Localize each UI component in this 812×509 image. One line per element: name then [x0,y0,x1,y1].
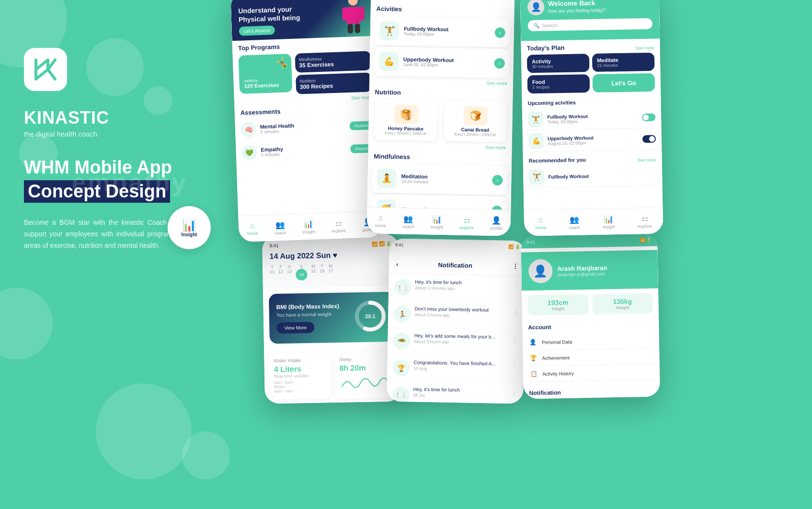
notif-lunch-time-1: About 1 minutes ago [415,285,509,291]
upperbody-workout-arrow[interactable]: › [494,58,505,69]
water-metric-card: Water Intake 4 Liters Real time updates … [269,352,331,400]
upperbody-workout-time: June 05, 02:00pm [403,62,454,68]
profile-email: awdesign.ar@gmail.com [557,271,607,277]
food-plan-card[interactable]: Food 2 recipes [527,74,590,93]
time-p4: 9:41 [269,243,279,248]
nutrition-program-card[interactable]: Nutrition 300 Recipes [296,72,372,94]
notif-workout-icon-1: 🏃 [394,306,411,323]
day-letter-w17: W [329,264,333,268]
nutrition-grid: 🥞 Honey Pancake Easy | 30mins | 180kCal … [368,97,513,144]
nav3-explore[interactable]: ⚏ explore [638,213,652,229]
day-s13[interactable]: S 13 [287,264,292,280]
nav-home-label: home [247,231,258,236]
recommended-title: Recommended for you [529,157,586,163]
day-t16[interactable]: T 16 [320,264,325,280]
canai-bread-card[interactable]: 🍞 Canai Bread Easy | 20mins | 230kCal [444,101,507,142]
notification-header: ‹ Notification ⋮ [389,255,526,277]
back-arrow[interactable]: ‹ [396,261,399,268]
plan-cards-2: Food 2 recipes Let's Go [527,73,655,94]
canai-bread-img: 🍞 [463,106,488,126]
explore-icon2: ⚏ [464,215,470,224]
mindfulness-program-card[interactable]: Mindfulness 35 Exercises [295,51,371,72]
upperbody-workout-card: 💪 Upperbody Workout June 05, 02:00pm › [373,47,510,78]
lets-go-button[interactable]: Let's Go [593,73,655,93]
upcoming-fullbody-info: Fullbody Workout Today, 03:00pm [547,113,638,124]
food-plan-sub: 2 recipes [532,84,585,90]
achievement-item[interactable]: 🏆 Achievement [528,348,654,367]
account-title: Account [528,322,653,331]
profile-avatar: 👤 [528,259,553,283]
fullbody-workout-arrow[interactable]: › [495,27,505,38]
weight-label: Weight [596,305,649,311]
recommended-see-more[interactable]: See more [638,158,656,163]
activity-history-label: Activity History [542,370,574,376]
day-f12[interactable]: F 12 [278,265,284,281]
toggle-fullbody[interactable] [642,114,655,121]
notif-dots-5[interactable]: ⋮ [511,388,517,396]
today-plan-title: Today's Plan [527,44,565,52]
recommended-section: Recommended for you See more 🏋️ Fullbody… [523,152,663,191]
nav3-coach[interactable]: 👥 coach [569,215,581,230]
mindfulness-title: Mindfulness [368,149,512,164]
nav-coach[interactable]: 👥 coach [274,220,286,235]
nav2-explore[interactable]: ⚏ explore [460,215,474,230]
honey-pancake-card[interactable]: 🥞 Honey Pancake Easy | 30mins | 180kCal [374,100,437,141]
meditation-card: 🧘 Meditation 10-20 minutes › [371,164,508,195]
toggle-upperbody[interactable] [642,135,656,143]
nav2-coach[interactable]: 👥 coach [402,214,414,229]
profile-icon2: 👤 [492,215,501,224]
notif-dots-2[interactable]: ⋮ [512,308,519,315]
meditate-plan-card[interactable]: Meditate 15 minutes [592,53,655,72]
upcoming-upperbody: 💪 Upperbody Workout August 15, 02:00pm [528,128,656,152]
nav2-explore-label: explore [460,225,474,230]
search-icon-p3: 🔍 [534,23,539,28]
day-s14[interactable]: S 14 [296,264,308,280]
height-stat-card: 193cm Height [527,294,588,315]
notif-lunch-msg-1: Hey, it's time for lunch [415,279,509,286]
sleep-wave-chart [339,372,391,392]
nav2-insight[interactable]: 📊 insight [431,214,444,229]
profile-header: 👤 Arash Ranjbaran awdesign.ar@gmail.com [521,250,658,291]
day-num-t16: 16 [320,268,324,273]
notif-lunch-1: 🍽️ Hey, it's time for lunch About 1 minu… [389,274,526,303]
day-t11[interactable]: T 11 [270,265,275,281]
profile-name: Arash Ranjbaran [557,264,607,272]
notif-dots-3[interactable]: ⋮ [512,335,518,342]
activity-plan-sub: 30 minutes [532,63,584,69]
nav2-profile[interactable]: 👤 profile [491,215,503,230]
day-letter-s14: S [300,264,303,269]
personal-data-item[interactable]: 👤 Personal Data [528,333,654,351]
nav-explore[interactable]: ⚏ explore [331,218,346,233]
nav-home[interactable]: ⌂ home [247,221,258,236]
day-num-f12: 12 [278,269,283,274]
meditation-arrow[interactable]: › [492,175,503,185]
nav2-home[interactable]: ⌂ home [375,214,386,228]
svg-text:20.1: 20.1 [365,313,376,319]
day-w17[interactable]: W 17 [328,264,333,280]
notif-dots-top[interactable]: ⋮ [512,263,518,270]
nav3-home[interactable]: ⌂ home [535,216,546,230]
activity-history-item[interactable]: 📋 Activity History [529,364,654,382]
view-more-btn[interactable]: View More [276,322,314,334]
description: Become a BGM star with the kinastic Coac… [24,217,196,251]
activity-program-card[interactable]: Activity 120 Exercises 🤸 [239,54,293,94]
nav3-insight[interactable]: 📊 insight [603,214,616,229]
water-subtitle: Real time updates [274,373,326,379]
dashboard-search[interactable]: 🔍 Search... [528,18,652,32]
nav-insight[interactable]: 📊 insight [302,219,315,234]
logo-icon [24,48,67,91]
phone1-header-title: Understand yourPhysical well being [238,4,300,24]
explore-icon3: ⚏ [641,213,648,222]
day-num-w17: 17 [328,268,333,273]
notif-dots-1[interactable]: ⋮ [513,281,519,289]
activity-plan-card[interactable]: Activity 30 minutes [527,54,590,73]
lets-assess-button[interactable]: Let's Assess [239,25,275,36]
signal-p4: 📶 📶 🔋 [372,241,392,247]
toggle-fullbody-circle [643,115,649,120]
headline: WHM Mobile App Concept Design [24,157,196,203]
notif-dots-4[interactable]: ⋮ [511,361,518,369]
meditation-name: Meditation [401,174,428,180]
day-m15[interactable]: M 15 [311,264,316,280]
plan-see-more[interactable]: See more [636,45,654,50]
fullbody-workout-time: Today, 03:00pm [404,32,448,37]
